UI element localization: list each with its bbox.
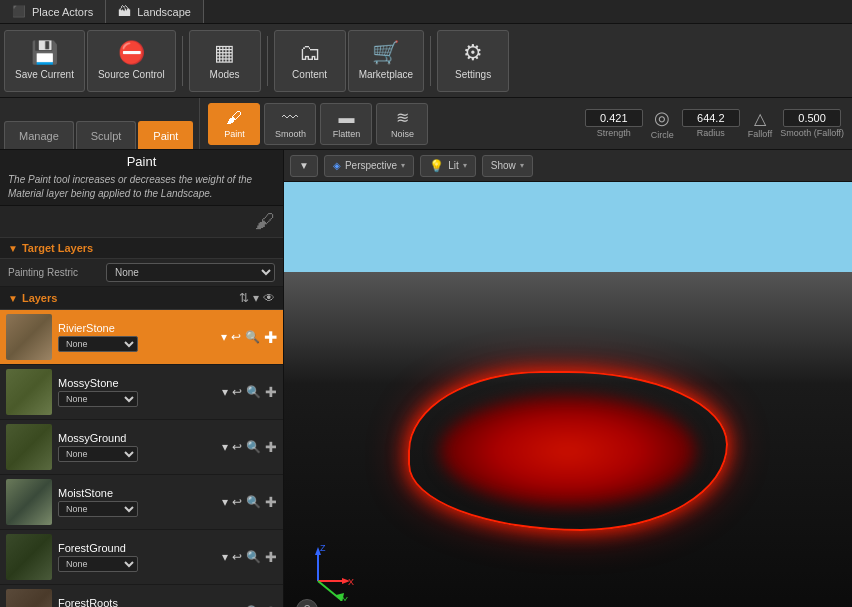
target-layers-section[interactable]: ▼ Target Layers bbox=[0, 238, 283, 259]
layer-undo-btn[interactable]: ↩ bbox=[232, 440, 242, 454]
layer-undo-btn[interactable]: ↩ bbox=[232, 385, 242, 399]
save-current-label: Save Current bbox=[15, 69, 74, 81]
layer-search-btn[interactable]: 🔍 bbox=[246, 385, 261, 399]
modes-button[interactable]: ▦ Modes bbox=[189, 30, 261, 92]
paint-brush-effect bbox=[408, 371, 728, 531]
layer-name: RivierStone bbox=[58, 322, 215, 334]
layer-item[interactable]: ForestGround None ▾ ↩ 🔍 ✚ bbox=[0, 530, 283, 585]
layer-chevron-btn[interactable]: ▾ bbox=[222, 550, 228, 564]
viewport-chevron-button[interactable]: ▼ bbox=[290, 155, 318, 177]
layer-add-btn[interactable]: ✚ bbox=[265, 549, 277, 565]
svg-text:X: X bbox=[348, 577, 354, 587]
flatten-tool-label: Flatten bbox=[333, 129, 361, 139]
landscape-label: Landscape bbox=[137, 6, 191, 18]
layer-blend-select[interactable]: None bbox=[58, 446, 138, 462]
landscape-icon: 🏔 bbox=[118, 4, 131, 19]
smooth-tool-icon: 〰 bbox=[282, 109, 298, 127]
layer-chevron-btn[interactable]: ▾ bbox=[221, 330, 227, 344]
layer-chevron-btn[interactable]: ▾ bbox=[222, 385, 228, 399]
left-panel: Paint The Paint tool increases or decrea… bbox=[0, 150, 284, 607]
layer-search-btn[interactable]: 🔍 bbox=[246, 550, 261, 564]
layer-actions: ▾ ↩ 🔍 ✚ bbox=[222, 549, 277, 565]
painting-restrict-select[interactable]: None bbox=[106, 263, 275, 282]
layer-add-btn[interactable]: ✚ bbox=[265, 439, 277, 455]
layer-add-btn[interactable]: ✚ bbox=[265, 384, 277, 400]
layer-blend-select[interactable]: None bbox=[58, 501, 138, 517]
layer-search-btn[interactable]: 🔍 bbox=[246, 440, 261, 454]
viewport[interactable]: ▼ ◈ Perspective ▾ 💡 Lit ▾ Show ▾ bbox=[284, 150, 852, 607]
perspective-button[interactable]: ◈ Perspective ▾ bbox=[324, 155, 414, 177]
smooth-param: △ Falloff bbox=[748, 109, 772, 139]
settings-icon: ⚙ bbox=[463, 40, 483, 66]
layers-sort-button[interactable]: ⇅ bbox=[239, 291, 249, 305]
save-icon: 💾 bbox=[31, 40, 58, 66]
layer-item[interactable]: MoistStone None ▾ ↩ 🔍 ✚ bbox=[0, 475, 283, 530]
tool-smooth[interactable]: 〰 Smooth bbox=[264, 103, 316, 145]
target-layers-arrow: ▼ bbox=[8, 243, 18, 254]
falloff-input[interactable] bbox=[783, 109, 841, 127]
layers-arrow: ▼ bbox=[8, 293, 18, 304]
lit-button[interactable]: 💡 Lit ▾ bbox=[420, 155, 476, 177]
marketplace-button[interactable]: 🛒 Marketplace bbox=[348, 30, 424, 92]
layer-chevron-btn[interactable]: ▾ bbox=[222, 440, 228, 454]
layer-name: MossyGround bbox=[58, 432, 216, 444]
layer-chevron-btn[interactable]: ▾ bbox=[222, 495, 228, 509]
save-current-button[interactable]: 💾 Save Current bbox=[4, 30, 85, 92]
tab-paint[interactable]: Paint bbox=[138, 121, 193, 149]
content-label: Content bbox=[292, 69, 327, 81]
layer-thumbnail bbox=[6, 589, 52, 607]
tool-paint[interactable]: 🖌 Paint bbox=[208, 103, 260, 145]
layer-actions: ▾ ↩ 🔍 ✚ bbox=[222, 494, 277, 510]
layer-item[interactable]: ForestRoots None ▾ ↩ 🔍 ✚ bbox=[0, 585, 283, 607]
perspective-label: Perspective bbox=[345, 160, 397, 171]
layer-add-btn[interactable]: ✚ bbox=[264, 328, 277, 347]
show-chevron: ▾ bbox=[520, 161, 524, 170]
falloff-param: Smooth (Falloff) bbox=[780, 109, 844, 138]
tab-manage[interactable]: Manage bbox=[4, 121, 74, 149]
toolbar-separator-2 bbox=[267, 36, 268, 86]
layer-item[interactable]: MossyStone None ▾ ↩ 🔍 ✚ bbox=[0, 365, 283, 420]
layers-eye-button[interactable]: 👁 bbox=[263, 291, 275, 305]
paint-tool-icon: 🖌 bbox=[226, 109, 242, 127]
layer-undo-btn[interactable]: ↩ bbox=[232, 550, 242, 564]
layer-info: RivierStone None bbox=[58, 322, 215, 352]
landscape-tab[interactable]: 🏔 Landscape bbox=[106, 0, 204, 23]
layer-blend-select[interactable]: None bbox=[58, 391, 138, 407]
painting-restrict-row: Painting Restric None bbox=[0, 259, 283, 287]
tool-flatten[interactable]: ▬ Flatten bbox=[320, 103, 372, 145]
flatten-tool-icon: ▬ bbox=[338, 109, 354, 127]
strength-input[interactable] bbox=[585, 109, 643, 127]
noise-tool-icon: ≋ bbox=[396, 108, 409, 127]
marketplace-label: Marketplace bbox=[359, 69, 413, 81]
layer-info: MossyGround None bbox=[58, 432, 216, 462]
layer-add-btn[interactable]: ✚ bbox=[265, 494, 277, 510]
lit-icon: 💡 bbox=[429, 159, 444, 173]
layer-blend-select[interactable]: None bbox=[58, 556, 138, 572]
tool-noise[interactable]: ≋ Noise bbox=[376, 103, 428, 145]
layer-item[interactable]: MossyGround None ▾ ↩ 🔍 ✚ bbox=[0, 420, 283, 475]
layer-search-btn[interactable]: 🔍 bbox=[245, 330, 260, 344]
content-button[interactable]: 🗂 Content bbox=[274, 30, 346, 92]
smooth-icon: △ bbox=[754, 109, 766, 128]
svg-text:Y: Y bbox=[342, 595, 348, 601]
layers-chevron-button[interactable]: ▾ bbox=[253, 291, 259, 305]
layer-undo-btn[interactable]: ↩ bbox=[231, 330, 241, 344]
source-control-button[interactable]: ⛔ Source Control bbox=[87, 30, 176, 92]
radius-input[interactable] bbox=[682, 109, 740, 127]
layer-thumbnail bbox=[6, 369, 52, 415]
source-control-icon: ⛔ bbox=[118, 40, 145, 66]
layer-thumbnail bbox=[6, 534, 52, 580]
settings-label: Settings bbox=[455, 69, 491, 81]
noise-tool-label: Noise bbox=[391, 129, 414, 139]
layer-search-btn[interactable]: 🔍 bbox=[246, 495, 261, 509]
layer-blend-select[interactable]: None bbox=[58, 336, 138, 352]
place-actors-tab[interactable]: ⬛ Place Actors bbox=[0, 0, 106, 23]
layer-undo-btn[interactable]: ↩ bbox=[232, 495, 242, 509]
main-toolbar: 💾 Save Current ⛔ Source Control ▦ Modes … bbox=[0, 24, 852, 98]
tab-sculpt[interactable]: Sculpt bbox=[76, 121, 137, 149]
svg-text:Z: Z bbox=[320, 543, 326, 553]
settings-button[interactable]: ⚙ Settings bbox=[437, 30, 509, 92]
place-actors-icon: ⬛ bbox=[12, 5, 26, 18]
show-button[interactable]: Show ▾ bbox=[482, 155, 533, 177]
layer-item[interactable]: RivierStone None ▾ ↩ 🔍 ✚ bbox=[0, 310, 283, 365]
